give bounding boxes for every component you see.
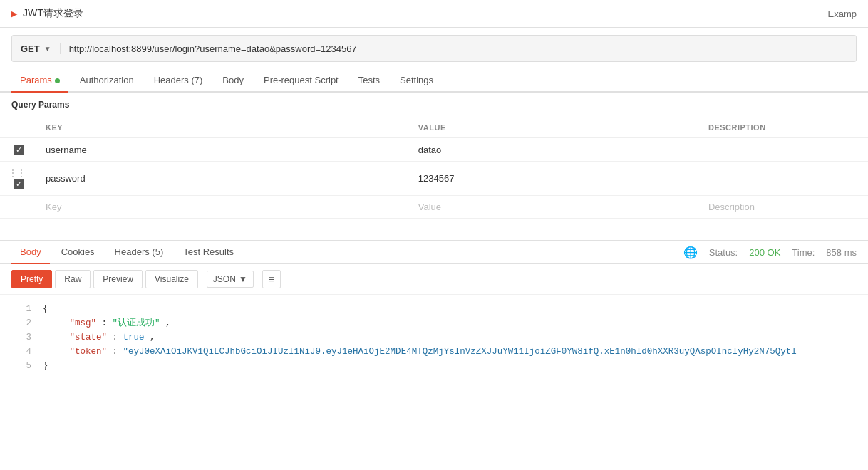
status-value: 200 OK bbox=[749, 247, 780, 258]
status-label: Status: bbox=[709, 247, 738, 258]
response-tab-test-results[interactable]: Test Results bbox=[175, 241, 242, 264]
table-row-placeholder: Key Value Description bbox=[0, 196, 868, 219]
code-line-3: 3 "state" : true , bbox=[11, 330, 857, 345]
row1-value: datao bbox=[410, 138, 700, 162]
row1-key: username bbox=[37, 138, 410, 162]
globe-icon: 🌐 bbox=[683, 246, 698, 259]
request-tabs: Params Authorization Headers (7) Body Pr… bbox=[0, 69, 868, 93]
row1-checkbox[interactable] bbox=[14, 145, 24, 155]
response-status-bar: 🌐 Status: 200 OK Time: 858 ms bbox=[683, 246, 857, 259]
time-label: Time: bbox=[792, 247, 815, 258]
chevron-down-icon: ▼ bbox=[44, 45, 51, 53]
table-row: ⋮⋮ password 1234567 bbox=[0, 162, 868, 196]
tab-settings[interactable]: Settings bbox=[391, 69, 442, 93]
tab-tests[interactable]: Tests bbox=[350, 69, 388, 93]
row2-key: password bbox=[37, 162, 410, 196]
view-pretty-button[interactable]: Pretty bbox=[11, 270, 52, 288]
chevron-down-icon: ▼ bbox=[239, 274, 247, 284]
wrap-icon[interactable]: ≡ bbox=[262, 270, 281, 288]
response-tabs: Body Cookies Headers (5) Test Results 🌐 … bbox=[0, 241, 868, 264]
format-label: JSON bbox=[213, 274, 236, 284]
row2-checkbox[interactable] bbox=[14, 179, 24, 189]
response-body-toolbar: Pretty Raw Preview Visualize JSON ▼ ≡ bbox=[0, 264, 868, 295]
code-view: 1{ 2 "msg" : "认证成功" , 3 "state" : true ,… bbox=[0, 295, 868, 380]
tab-body[interactable]: Body bbox=[214, 69, 252, 93]
code-line-2: 2 "msg" : "认证成功" , bbox=[11, 316, 857, 330]
code-line-1: 1{ bbox=[11, 302, 857, 316]
col-header-key: KEY bbox=[37, 118, 410, 138]
tab-headers[interactable]: Headers (7) bbox=[145, 69, 212, 93]
table-row: username datao bbox=[0, 138, 868, 162]
placeholder-key[interactable]: Key bbox=[37, 196, 410, 219]
tab-authorization[interactable]: Authorization bbox=[71, 69, 143, 93]
method-label: GET bbox=[21, 43, 40, 54]
placeholder-description[interactable]: Description bbox=[700, 196, 868, 219]
col-header-value: VALUE bbox=[410, 118, 700, 138]
view-visualize-button[interactable]: Visualize bbox=[145, 270, 198, 288]
method-select[interactable]: GET ▼ bbox=[12, 43, 61, 54]
example-label: Examp bbox=[828, 9, 857, 19]
response-tab-cookies[interactable]: Cookies bbox=[53, 241, 103, 264]
request-title: JWT请求登录 bbox=[23, 7, 828, 20]
code-line-5: 5} bbox=[11, 359, 857, 373]
tab-prerequest[interactable]: Pre-request Script bbox=[255, 69, 347, 93]
response-tab-headers[interactable]: Headers (5) bbox=[106, 241, 172, 264]
row2-value: 1234567 bbox=[410, 162, 700, 196]
request-header: ▶ JWT请求登录 Examp bbox=[0, 0, 868, 28]
row2-checkbox-cell: ⋮⋮ bbox=[0, 162, 37, 196]
code-line-4: 4 "token" : "eyJ0eXAiOiJKV1QiLCJhbGciOiJ… bbox=[11, 345, 857, 359]
url-input[interactable] bbox=[61, 43, 856, 54]
view-preview-button[interactable]: Preview bbox=[93, 270, 143, 288]
format-select[interactable]: JSON ▼ bbox=[207, 271, 254, 288]
time-value: 858 ms bbox=[826, 247, 857, 258]
row2-description bbox=[700, 162, 868, 196]
params-dot bbox=[55, 78, 60, 83]
query-params-title: Query Params bbox=[0, 93, 868, 118]
row1-description bbox=[700, 138, 868, 162]
view-raw-button[interactable]: Raw bbox=[55, 270, 91, 288]
placeholder-value[interactable]: Value bbox=[410, 196, 700, 219]
placeholder-checkbox-cell bbox=[0, 196, 37, 219]
params-table: KEY VALUE DESCRIPTION username datao ⋮⋮ … bbox=[0, 118, 868, 219]
col-header-check bbox=[0, 118, 37, 138]
collapse-icon[interactable]: ▶ bbox=[11, 9, 17, 19]
response-section: Body Cookies Headers (5) Test Results 🌐 … bbox=[0, 240, 868, 380]
response-tab-body[interactable]: Body bbox=[11, 241, 50, 264]
row1-checkbox-cell bbox=[0, 138, 37, 162]
col-header-description: DESCRIPTION bbox=[700, 118, 868, 138]
tab-params[interactable]: Params bbox=[11, 69, 68, 93]
drag-handle-icon[interactable]: ⋮⋮ bbox=[9, 168, 26, 178]
url-bar: GET ▼ bbox=[11, 35, 857, 62]
